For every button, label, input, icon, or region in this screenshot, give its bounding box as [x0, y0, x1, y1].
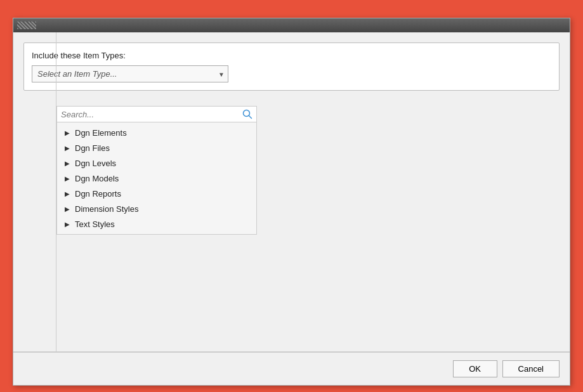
item-type-dropdown-wrapper[interactable]: Select an Item Type...Dgn ElementsDgn Fi…	[32, 65, 228, 82]
dialog-content: Include these Item Types: Select an Item…	[13, 32, 570, 101]
list-item[interactable]: ▶Dgn Reports	[57, 186, 256, 201]
title-bar	[13, 18, 570, 32]
tree-item-label: Dgn Files	[75, 143, 110, 153]
search-button[interactable]	[242, 109, 252, 119]
list-item[interactable]: ▶Dgn Models	[57, 171, 256, 186]
chevron-right-icon: ▶	[62, 188, 72, 199]
tree-item-label: Dgn Models	[75, 174, 119, 183]
search-icon	[242, 109, 252, 119]
tree-list: ▶Dgn Elements▶Dgn Files▶Dgn Levels▶Dgn M…	[57, 122, 256, 234]
chevron-right-icon: ▶	[62, 204, 72, 214]
item-type-select[interactable]: Select an Item Type...Dgn ElementsDgn Fi…	[32, 65, 228, 82]
list-item[interactable]: ▶Dimension Styles	[57, 201, 256, 216]
svg-line-1	[249, 116, 252, 119]
chevron-right-icon: ▶	[62, 127, 72, 138]
tree-item-label: Dgn Reports	[75, 189, 121, 199]
chevron-right-icon: ▶	[62, 219, 72, 229]
search-bar	[57, 107, 256, 122]
cancel-button[interactable]: Cancel	[502, 360, 560, 377]
tree-item-label: Text Styles	[75, 219, 115, 229]
search-input[interactable]	[61, 110, 242, 119]
ok-button[interactable]: OK	[453, 360, 497, 377]
tree-item-label: Dgn Elements	[75, 128, 127, 138]
include-label: Include these Item Types:	[32, 51, 551, 60]
list-item[interactable]: ▶Text Styles	[57, 216, 256, 232]
dropdown-panel: ▶Dgn Elements▶Dgn Files▶Dgn Levels▶Dgn M…	[56, 106, 257, 235]
chevron-right-icon: ▶	[62, 143, 72, 153]
tree-item-label: Dimension Styles	[75, 204, 138, 214]
tree-item-label: Dgn Levels	[75, 159, 116, 168]
chevron-right-icon: ▶	[62, 173, 72, 183]
list-item[interactable]: ▶Dgn Elements	[57, 125, 256, 140]
list-item[interactable]: ▶Dgn Levels	[57, 155, 256, 171]
dialog-window: Include these Item Types: Select an Item…	[13, 18, 570, 386]
include-box: Include these Item Types: Select an Item…	[23, 42, 560, 91]
left-panel-border	[13, 32, 56, 352]
bottom-bar: OK Cancel	[13, 352, 570, 385]
chevron-right-icon: ▶	[62, 158, 72, 168]
list-item[interactable]: ▶Dgn Files	[57, 140, 256, 155]
title-bar-stripes	[17, 22, 36, 29]
